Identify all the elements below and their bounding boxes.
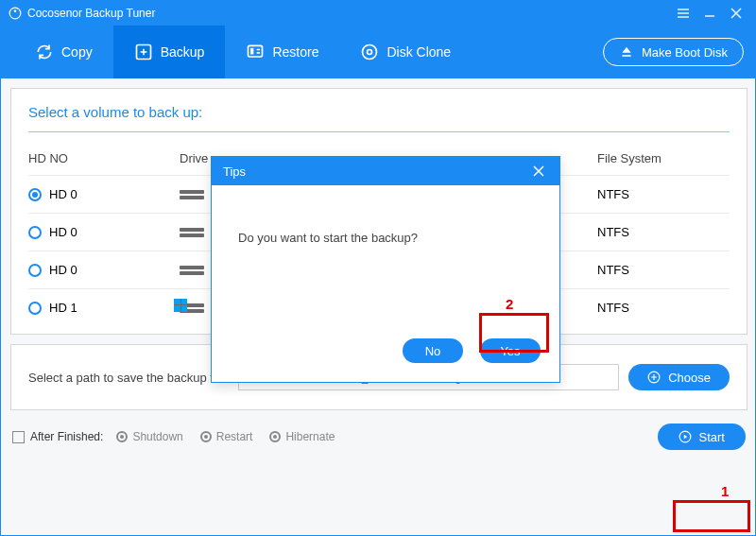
start-button[interactable]: Start [658,424,746,450]
after-finished-label: After Finished: [30,430,103,443]
main-toolbar: Copy Backup Restore Disk Clone Make Boot… [1,26,756,78]
dialog-buttons: No Yes [212,338,559,382]
radio-icon [200,431,212,442]
refresh-icon [35,43,54,61]
toolbar-restore[interactable]: Restore [225,26,339,78]
opt-label: Restart [216,430,253,443]
row-hdno[interactable]: HD 1 [28,288,180,326]
plus-box-icon [134,43,153,61]
toolbar-copy[interactable]: Copy [14,26,113,78]
minimize-icon [703,7,716,20]
row-hdno[interactable]: HD 0 [28,213,180,251]
dialog-message: Do you want to start the backup? [212,185,559,338]
row-hdno[interactable]: HD 0 [28,175,180,213]
titlebar: Cocosenor Backup Tuner [1,1,756,26]
hd-label: HD 0 [49,225,77,239]
svg-rect-1 [14,10,16,12]
opt-restart[interactable]: Restart [200,430,253,443]
dialog-close-button[interactable] [529,162,548,181]
disk-clone-icon [360,43,379,61]
row-fs: NTFS [597,251,730,288]
toolbar-backup[interactable]: Backup [113,26,226,78]
choose-button[interactable]: Choose [628,364,730,390]
radio-icon [28,302,42,315]
app-logo-icon [9,7,22,20]
svg-point-5 [363,45,377,60]
radio-icon [28,226,42,239]
radio-icon [269,431,281,442]
radio-icon [116,431,128,442]
opt-label: Hibernate [285,430,335,443]
checkbox-icon [12,431,25,443]
menu-icon [677,7,690,20]
divider [28,131,730,132]
menu-button[interactable] [670,1,696,26]
toolbar-disk-clone[interactable]: Disk Clone [339,26,472,78]
row-fs: NTFS [597,288,730,326]
plus-circle-icon [647,371,661,384]
row-fs: NTFS [597,175,730,213]
minimize-button[interactable] [696,1,723,26]
hd-label: HD 1 [49,301,77,315]
row-hdno[interactable]: HD 0 [28,251,180,288]
play-circle-icon [679,430,692,443]
eject-icon [619,44,634,60]
start-label: Start [699,430,725,444]
dialog-yes-button[interactable]: Yes [480,338,541,363]
drive-icon [180,223,204,242]
svg-point-0 [9,8,21,19]
drive-icon [180,261,204,280]
col-hdno: HD NO [28,146,180,175]
drive-icon [180,185,204,204]
dialog-no-button[interactable]: No [403,338,463,363]
hd-label: HD 0 [49,187,77,201]
dialog-title: Tips [223,164,246,179]
toolbar-label: Backup [161,44,205,60]
svg-point-6 [368,50,372,55]
close-icon [730,8,742,19]
opt-hibernate[interactable]: Hibernate [269,430,335,443]
path-label: Select a path to save the backup file: [28,371,229,385]
volume-panel-title: Select a volume to back up: [28,104,730,120]
annotation-box-1 [673,500,750,532]
close-icon [532,164,545,178]
col-filesystem: File System [597,146,730,175]
after-finished-checkbox[interactable]: After Finished: [12,430,103,443]
svg-rect-3 [249,45,263,57]
drive-windows-icon [180,299,204,318]
restore-icon [246,43,265,61]
toolbar-label: Disk Clone [387,44,451,60]
radio-icon [28,264,42,277]
choose-label: Choose [668,371,711,385]
toolbar-label: Copy [61,44,93,60]
opt-shutdown[interactable]: Shutdown [116,430,182,443]
hd-label: HD 0 [49,263,77,277]
svg-rect-4 [250,48,253,55]
opt-label: Shutdown [132,430,182,443]
close-button[interactable] [723,1,749,26]
radio-icon [28,188,42,201]
make-boot-disk-button[interactable]: Make Boot Disk [603,38,744,66]
toolbar-label: Restore [272,44,318,60]
make-boot-label: Make Boot Disk [642,45,728,60]
window-title: Cocosenor Backup Tuner [27,7,155,20]
annotation-num-1: 1 [721,483,729,499]
confirm-dialog: Tips Do you want to start the backup? No… [211,156,560,383]
row-fs: NTFS [597,213,730,251]
dialog-titlebar: Tips [212,157,559,185]
bottom-bar: After Finished: Shutdown Restart Hiberna… [1,418,756,456]
